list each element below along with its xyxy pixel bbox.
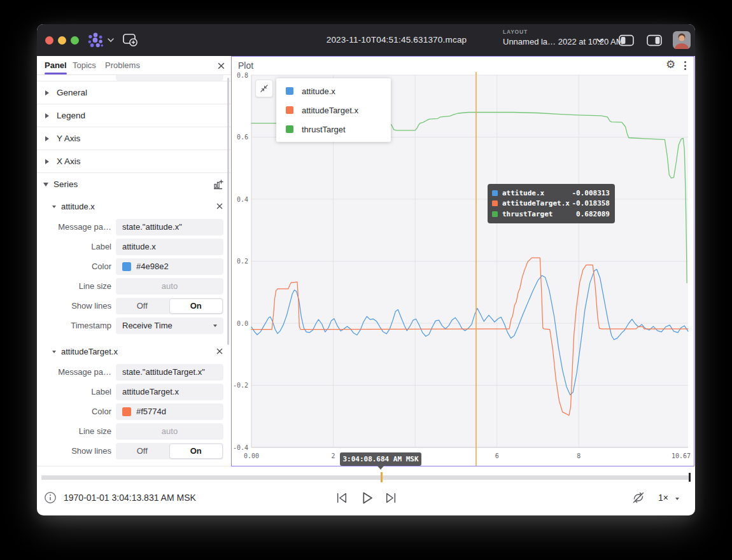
remove-series-icon[interactable] bbox=[216, 347, 223, 355]
series-editor-attitude-target-x-header[interactable]: attitudeTarget.x bbox=[37, 340, 231, 362]
speed-chevron-icon[interactable] bbox=[675, 498, 679, 502]
legend-collapse-button[interactable] bbox=[255, 80, 273, 97]
add-series-icon[interactable] bbox=[213, 179, 223, 190]
layout-label: LAYOUT bbox=[503, 29, 623, 35]
tab-panel[interactable]: Panel bbox=[45, 56, 67, 75]
section-general[interactable]: General bbox=[37, 81, 231, 104]
foxglove-logo-icon[interactable] bbox=[87, 32, 104, 48]
message-path-input[interactable]: state."attitude.x" bbox=[116, 219, 223, 235]
x-tick-label: 0.00 bbox=[244, 452, 259, 459]
y-tick-label: -0.4 bbox=[233, 444, 248, 451]
show-lines-off[interactable]: Off bbox=[116, 443, 169, 459]
tooltip-row: attitude.x -0.008313 bbox=[492, 188, 610, 199]
series-swatch bbox=[286, 125, 293, 133]
loop-off-icon[interactable] bbox=[631, 491, 645, 505]
titlebar: 2023-11-10T04:51:45.631370.mcap LAYOUT U… bbox=[37, 24, 695, 56]
seek-time-tooltip-caret bbox=[377, 465, 384, 473]
timestamp-select[interactable]: Receive Time bbox=[116, 318, 223, 334]
line-size-input[interactable]: auto bbox=[116, 278, 223, 295]
current-timestamp: 1970-01-01 3:04:13.831 AM MSK bbox=[64, 493, 196, 503]
chevron-right-icon bbox=[45, 90, 52, 95]
legend-item-attitude-x[interactable]: attitude.x bbox=[276, 81, 391, 101]
title-field-value[interactable]: Plot bbox=[116, 75, 223, 81]
layout-selector[interactable]: LAYOUT Unnamed la… 2022 at 10:20 AM bbox=[503, 29, 623, 46]
user-avatar[interactable] bbox=[673, 31, 691, 49]
y-tick-label: 0.6 bbox=[237, 134, 248, 141]
label-input[interactable]: attitude.x bbox=[116, 239, 223, 255]
y-tick-label: 0.8 bbox=[237, 72, 248, 79]
seek-time-tooltip: 3:04:08.684 AM MSK bbox=[340, 452, 421, 466]
hover-values-tooltip: attitude.x -0.008313 attitudeTarget.x -0… bbox=[488, 184, 615, 223]
series-swatch bbox=[492, 200, 498, 206]
playback-end-marker bbox=[689, 473, 691, 482]
data-source-chevron-icon[interactable] bbox=[107, 38, 115, 43]
chevron-right-icon bbox=[45, 113, 52, 118]
title-field-label: Title bbox=[37, 75, 111, 77]
field-color: Color #4e98e2 bbox=[37, 256, 231, 276]
close-sidebar-icon[interactable] bbox=[217, 62, 225, 70]
field-show-lines: Show lines Off On bbox=[37, 296, 231, 316]
y-tick-label: 0.4 bbox=[237, 196, 248, 203]
seek-backward-button[interactable] bbox=[336, 492, 348, 504]
tab-topics[interactable]: Topics bbox=[73, 56, 96, 75]
chevron-right-icon bbox=[45, 136, 52, 141]
playback-scrubber[interactable] bbox=[41, 475, 691, 480]
legend-item-thrust-target[interactable]: thrustTarget bbox=[276, 120, 391, 139]
legend-item-attitude-target-x[interactable]: attitudeTarget.x bbox=[276, 101, 391, 120]
field-line-size: Line size auto bbox=[37, 276, 231, 296]
y-tick-label: 0.2 bbox=[237, 258, 248, 265]
show-lines-toggle: Off On bbox=[116, 298, 223, 314]
panel-settings-sidebar: Title Plot General Legend Y Axis X Axis … bbox=[37, 75, 231, 466]
series-swatch bbox=[286, 87, 293, 95]
show-lines-on[interactable]: On bbox=[169, 298, 223, 314]
app-window: 2023-11-10T04:51:45.631370.mcap LAYOUT U… bbox=[37, 24, 695, 515]
plot-panel[interactable]: Plot ⚙ 0.80.60.40.20.0-0.2-0.40.00246810… bbox=[231, 56, 694, 466]
x-tick-label: 6 bbox=[495, 452, 499, 459]
color-input[interactable]: #f5774d bbox=[116, 403, 223, 420]
left-sidebar-toggle-button[interactable] bbox=[619, 34, 634, 46]
chevron-down-icon bbox=[52, 206, 56, 210]
field-label: Label attitudeTarget.x bbox=[37, 382, 231, 402]
field-show-lines: Show lines Off On bbox=[37, 441, 231, 461]
add-panel-button[interactable] bbox=[122, 33, 139, 47]
seek-forward-button[interactable] bbox=[384, 492, 397, 504]
right-sidebar-toggle-button[interactable] bbox=[647, 34, 662, 46]
show-lines-on[interactable]: On bbox=[169, 444, 223, 459]
traffic-minimize-button[interactable] bbox=[58, 36, 66, 45]
info-icon[interactable] bbox=[44, 491, 57, 504]
color-swatch[interactable] bbox=[122, 262, 131, 271]
y-tick-label: 0.0 bbox=[237, 320, 248, 327]
field-timestamp: Timestamp Receive Time bbox=[37, 316, 231, 335]
field-message-path: Message pa… state."attitudeTarget.x" bbox=[37, 362, 231, 382]
section-x-axis[interactable]: X Axis bbox=[37, 150, 231, 172]
playback-position-marker[interactable] bbox=[381, 472, 383, 482]
message-path-input[interactable]: state."attitudeTarget.x" bbox=[116, 364, 223, 381]
field-color: Color #f5774d bbox=[37, 402, 231, 421]
color-input[interactable]: #4e98e2 bbox=[116, 258, 223, 275]
section-y-axis[interactable]: Y Axis bbox=[37, 127, 231, 150]
sidebar-scrollbar[interactable] bbox=[227, 78, 229, 345]
playback-speed-selector[interactable]: 1× bbox=[658, 493, 668, 503]
layout-chevron-icon[interactable] bbox=[596, 38, 604, 43]
field-message-path: Message pa… state."attitude.x" bbox=[37, 217, 231, 237]
traffic-zoom-button[interactable] bbox=[71, 36, 79, 45]
label-input[interactable]: attitudeTarget.x bbox=[116, 384, 223, 400]
remove-series-icon[interactable] bbox=[216, 202, 223, 210]
sidebar-tabbar: Panel Topics Problems bbox=[37, 56, 231, 75]
tab-problems[interactable]: Problems bbox=[105, 56, 140, 75]
x-tick-label: 2 bbox=[332, 452, 335, 459]
series-editor-attitude-x-header[interactable]: attitude.x bbox=[37, 195, 231, 217]
series-swatch bbox=[492, 190, 498, 196]
traffic-close-button[interactable] bbox=[45, 36, 53, 45]
section-series[interactable]: Series bbox=[37, 172, 231, 195]
show-lines-off[interactable]: Off bbox=[116, 298, 169, 314]
filename-title: 2023-11-10T04:51:45.631370.mcap bbox=[292, 35, 502, 45]
color-swatch[interactable] bbox=[122, 407, 131, 416]
chevron-down-icon bbox=[43, 183, 48, 189]
play-button[interactable] bbox=[360, 491, 374, 505]
layout-name: Unnamed la… 2022 at 10:20 AM bbox=[503, 37, 623, 46]
line-size-input[interactable]: auto bbox=[116, 423, 223, 440]
chevron-down-icon bbox=[213, 325, 217, 329]
chevron-down-icon bbox=[52, 351, 56, 355]
section-legend[interactable]: Legend bbox=[37, 104, 231, 127]
